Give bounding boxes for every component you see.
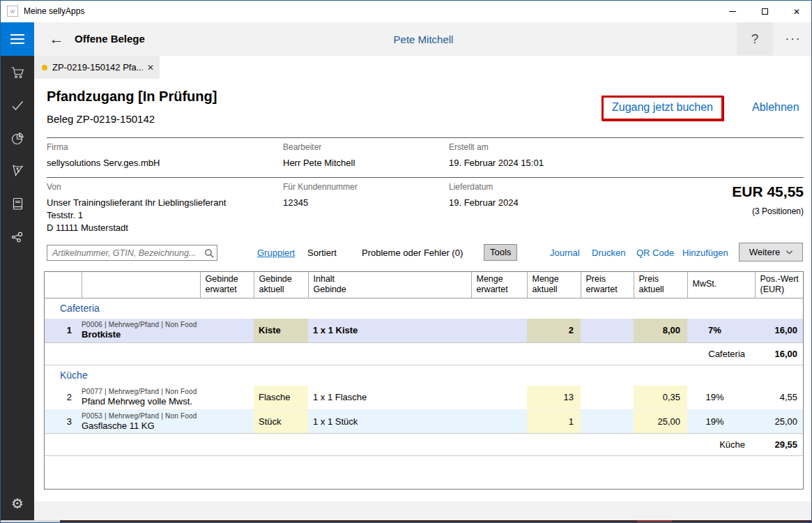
col-header-preis-aktuell[interactable]: Preisaktuell bbox=[634, 272, 687, 298]
article-name: Gasflasche 11 KG bbox=[82, 420, 200, 431]
group-header-kueche[interactable]: Küche bbox=[45, 365, 803, 386]
menge-aktuell-cell[interactable]: 13 bbox=[527, 386, 581, 409]
inhalt-gebinde-cell: 1 x 1 Kiste bbox=[308, 319, 471, 342]
pos-wert-cell: 25,00 bbox=[755, 409, 803, 433]
add-link[interactable]: Hinzufügen bbox=[682, 248, 728, 258]
app-window: w Meine sellyApps ✕ ← Offene Belege Pete… bbox=[0, 0, 812, 523]
von-label: Von bbox=[47, 182, 61, 192]
highlight-annotation-box: Zugang jetzt buchen bbox=[602, 96, 723, 121]
menge-aktuell-cell[interactable]: 1 bbox=[527, 409, 581, 433]
positions-table: Gebindeerwartet Gebindeaktuell InhaltGeb… bbox=[44, 271, 804, 490]
col-header-menge-erwartet[interactable]: Mengeerwartet bbox=[471, 272, 527, 298]
row-number: 2 bbox=[45, 386, 82, 409]
close-button[interactable]: ✕ bbox=[781, 1, 812, 22]
more-actions-dropdown[interactable]: Weitere bbox=[739, 243, 803, 262]
pos-wert-cell: 16,00 bbox=[755, 319, 803, 342]
user-name[interactable]: Pete Mitchell bbox=[34, 33, 812, 45]
menge-aktuell-cell[interactable]: 2 bbox=[527, 319, 581, 342]
title-bar: w Meine sellyApps ✕ bbox=[1, 1, 812, 22]
chevron-down-icon bbox=[786, 250, 792, 255]
maximize-button[interactable] bbox=[749, 1, 781, 22]
sidebar-item-catalog[interactable] bbox=[1, 187, 34, 220]
reject-button[interactable]: Ablehnen bbox=[752, 101, 799, 114]
search-input[interactable] bbox=[47, 248, 201, 258]
col-header-empty bbox=[45, 272, 82, 298]
lieferdatum-label: Lieferdatum bbox=[449, 182, 493, 192]
qr-code-link[interactable]: QR Code bbox=[636, 248, 674, 258]
subtotal-label: Cafeteria bbox=[687, 342, 755, 365]
article-meta: P0053 | Mehrweg/Pfand | Non Food bbox=[82, 412, 200, 420]
check-icon bbox=[10, 98, 25, 113]
col-header-gebinde-aktuell[interactable]: Gebindeaktuell bbox=[254, 272, 308, 298]
article-cell: P0053 | Mehrweg/Pfand | Non Food Gasflas… bbox=[82, 409, 200, 433]
row-number: 1 bbox=[45, 319, 82, 342]
document-number: Beleg ZP-0219-150142 bbox=[47, 113, 155, 125]
sidebar-item-reports[interactable] bbox=[1, 121, 34, 154]
sidebar-item-offers[interactable] bbox=[1, 154, 34, 187]
sidebar-item-settings[interactable]: ⚙ bbox=[1, 490, 34, 517]
sidebar-nav: ⚙ bbox=[1, 56, 34, 520]
preis-aktuell-cell[interactable]: 8,00 bbox=[634, 319, 687, 342]
sidebar-item-tasks[interactable] bbox=[1, 89, 34, 121]
row-number: 3 bbox=[45, 409, 82, 433]
firma-value: sellysolutions Serv.ges.mbH bbox=[47, 157, 160, 169]
bearbeiter-label: Bearbeiter bbox=[283, 142, 321, 152]
hamburger-menu-button[interactable] bbox=[1, 22, 34, 56]
col-header-preis-erwartet[interactable]: Preiserwartet bbox=[581, 272, 634, 298]
more-actions-label: Weitere bbox=[749, 247, 781, 257]
kundennummer-label: Für Kundennummer bbox=[283, 182, 358, 192]
share-network-icon bbox=[10, 229, 25, 244]
minimize-button[interactable] bbox=[717, 1, 749, 22]
preis-aktuell-cell[interactable]: 0,35 bbox=[634, 386, 687, 409]
col-header-gebinde-erwartet[interactable]: Gebindeerwartet bbox=[200, 272, 254, 298]
group-subtotal-row: Küche 29,55 bbox=[45, 433, 803, 455]
article-cell: P0077 | Mehrweg/Pfand | Non Food Pfand M… bbox=[82, 386, 200, 409]
col-header-menge-aktuell[interactable]: Mengeaktuell bbox=[527, 272, 581, 298]
von-line2: Teststr. 1 bbox=[47, 209, 83, 222]
tab-close-icon[interactable]: ✕ bbox=[147, 63, 154, 73]
col-header-pos-wert[interactable]: Pos.-Wert(EUR) bbox=[755, 272, 803, 298]
table-row[interactable]: 2 P0077 | Mehrweg/Pfand | Non Food Pfand… bbox=[45, 386, 803, 409]
book-icon bbox=[10, 196, 25, 211]
print-link[interactable]: Drucken bbox=[592, 248, 625, 258]
hamburger-icon bbox=[10, 34, 24, 36]
divider bbox=[47, 137, 804, 138]
journal-link[interactable]: Journal bbox=[550, 248, 580, 258]
position-count: (3 Positionen) bbox=[752, 206, 804, 216]
bottom-spacer bbox=[34, 501, 812, 520]
mwst-cell: 19% bbox=[687, 386, 755, 409]
gebinde-aktuell-cell[interactable]: Flasche bbox=[254, 386, 308, 409]
kundennummer-value: 12345 bbox=[283, 197, 308, 209]
col-header-inhalt-gebinde[interactable]: InhaltGebinde bbox=[308, 272, 471, 298]
book-entry-button[interactable]: Zugang jetzt buchen bbox=[612, 101, 713, 113]
tab-label: ZP-0219-150142 Pfa... bbox=[52, 62, 143, 73]
maximize-icon bbox=[762, 8, 768, 15]
table-row[interactable]: 3 P0053 | Mehrweg/Pfand | Non Food Gasfl… bbox=[45, 409, 803, 433]
pie-chart-icon bbox=[10, 130, 25, 146]
total-amount: EUR 45,55 bbox=[732, 183, 804, 200]
erstellt-value: 19. Februar 2024 15:01 bbox=[449, 157, 544, 169]
lieferdatum-value: 19. Februar 2024 bbox=[449, 197, 519, 209]
group-header-cafeteria[interactable]: Cafeteria bbox=[45, 298, 803, 319]
window-title: Meine sellyApps bbox=[24, 6, 84, 16]
tools-button[interactable]: Tools bbox=[484, 244, 517, 261]
table-row[interactable]: 1 P0006 | Mehrweg/Pfand | Non Food Brotk… bbox=[45, 319, 803, 342]
problems-toggle[interactable]: Probleme oder Fehler (0) bbox=[362, 248, 463, 258]
article-search bbox=[47, 245, 217, 261]
help-button[interactable]: ? bbox=[737, 22, 773, 56]
preis-aktuell-cell[interactable]: 25,00 bbox=[634, 409, 687, 433]
gebinde-aktuell-cell[interactable]: Stück bbox=[254, 409, 308, 433]
gebinde-aktuell-cell[interactable]: Kiste bbox=[254, 319, 308, 342]
more-options-button[interactable]: ··· bbox=[775, 22, 811, 56]
col-header-mwst[interactable]: MwSt. bbox=[687, 272, 755, 298]
article-name: Brotkiste bbox=[82, 329, 200, 340]
close-icon: ✕ bbox=[793, 8, 800, 16]
app-icon: w bbox=[7, 6, 18, 17]
sorted-toggle[interactable]: Sortiert bbox=[307, 248, 337, 258]
search-icon[interactable] bbox=[201, 248, 217, 258]
grouped-toggle[interactable]: Gruppiert bbox=[257, 248, 295, 258]
cart-icon bbox=[10, 65, 25, 80]
sidebar-item-share[interactable] bbox=[1, 220, 34, 252]
sidebar-item-cart[interactable] bbox=[1, 56, 34, 89]
document-tab[interactable]: ZP-0219-150142 Pfa... ✕ bbox=[34, 56, 160, 79]
